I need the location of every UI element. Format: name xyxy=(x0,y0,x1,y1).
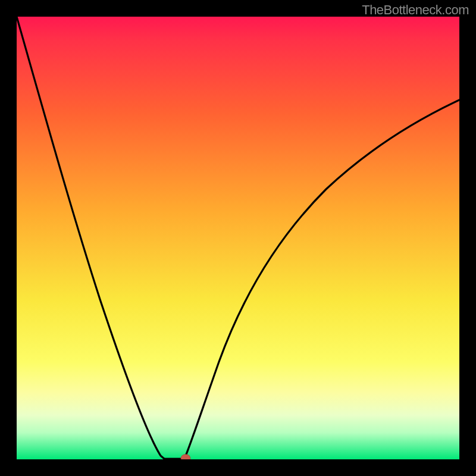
bottleneck-curve xyxy=(17,17,459,459)
attribution-watermark: TheBottleneck.com xyxy=(362,2,469,18)
curve-left-branch xyxy=(17,17,164,459)
plot-area xyxy=(17,17,459,459)
chart-frame: TheBottleneck.com xyxy=(0,0,476,476)
curve-right-branch xyxy=(184,100,459,459)
optimal-point-marker xyxy=(181,455,190,460)
